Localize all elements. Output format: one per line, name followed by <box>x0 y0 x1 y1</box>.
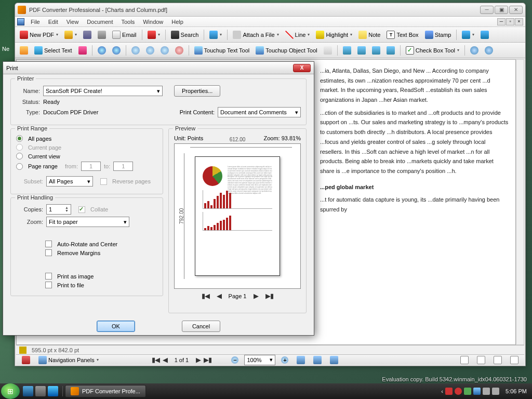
actual-size-button[interactable] <box>327 354 341 366</box>
preview-prev-button[interactable]: ◀ <box>217 292 221 300</box>
attach-button[interactable]: Attach a File▾ <box>230 29 281 41</box>
line-button[interactable]: Line▾ <box>283 29 313 41</box>
window-button[interactable]: ▾ <box>459 29 477 41</box>
fit-page-button[interactable] <box>311 354 324 366</box>
preview-last-button[interactable]: ▶▮ <box>265 292 273 300</box>
mdi-restore-button[interactable]: ▫ <box>506 18 514 25</box>
menu-file[interactable]: File <box>26 18 44 26</box>
facing-button[interactable] <box>491 354 504 366</box>
select-text-button[interactable]: Select Text <box>32 45 75 56</box>
note-button[interactable]: Note <box>356 29 383 41</box>
email-button[interactable]: Email <box>110 29 139 41</box>
cancel-button[interactable]: Cancel <box>182 321 220 332</box>
zoomin-footer-button[interactable]: + <box>278 354 291 366</box>
form1-button[interactable] <box>340 45 354 56</box>
last-page-button[interactable]: ▶▮ <box>204 356 211 364</box>
redo-button[interactable] <box>482 45 496 56</box>
loupe-button[interactable] <box>172 45 186 56</box>
highlight-button[interactable]: Highlight▾ <box>313 29 355 41</box>
taskbar-app-button[interactable]: PDF Converter Profe... <box>65 385 146 397</box>
quicklaunch-desktop[interactable] <box>23 386 33 396</box>
mdi-minimize-button[interactable]: ─ <box>497 18 506 25</box>
printer-select[interactable]: ScanSoft PDF Create!▾ <box>43 86 163 96</box>
zoomout-button[interactable] <box>143 45 157 56</box>
preview-first-button[interactable]: ▮◀ <box>202 292 209 300</box>
menu-document[interactable]: Document <box>83 18 117 26</box>
save-button[interactable] <box>81 29 94 41</box>
touchup-object-button[interactable]: Touchup Object Tool <box>253 45 320 56</box>
autorotate-checkbox[interactable] <box>45 241 52 247</box>
single-page-button[interactable] <box>458 354 471 366</box>
form3-button[interactable] <box>369 45 383 56</box>
ok-button[interactable]: OK <box>97 321 135 332</box>
to-input[interactable]: 1 <box>113 162 133 171</box>
zoomin-button[interactable] <box>129 45 142 56</box>
clock[interactable]: 5:06 PM <box>501 388 531 394</box>
vertical-scrollbar[interactable] <box>516 59 524 345</box>
new-pdf-button[interactable]: New PDF▾ <box>17 29 61 41</box>
current-page-radio[interactable] <box>16 144 23 151</box>
minimize-button[interactable]: ─ <box>480 6 494 14</box>
panel-toggle-button[interactable] <box>19 354 33 366</box>
menu-tools[interactable]: Tools <box>117 18 139 26</box>
print-image-checkbox[interactable] <box>45 273 52 280</box>
zoom-select[interactable]: 100%▾ <box>244 355 275 365</box>
nav-panels-button[interactable]: Navigation Panels▾ <box>36 354 101 366</box>
properties-button[interactable]: Properties... <box>174 85 220 97</box>
zoomout-footer-button[interactable]: − <box>229 354 241 366</box>
forward-button[interactable] <box>110 45 123 56</box>
tray-volume-icon[interactable] <box>492 388 499 395</box>
dialog-close-button[interactable]: X <box>293 64 311 72</box>
snapshot-button[interactable] <box>76 45 89 56</box>
current-view-radio[interactable] <box>16 153 23 159</box>
hand-tool-button[interactable] <box>17 45 31 56</box>
print-content-select[interactable]: Document and Comments▾ <box>218 107 301 117</box>
from-input[interactable]: 1 <box>81 162 101 171</box>
search-button[interactable]: Search <box>168 29 202 41</box>
tray-printer-icon[interactable] <box>483 388 490 395</box>
open-button[interactable]: ▾ <box>62 29 79 41</box>
stamp-button[interactable]: Stamp <box>422 29 454 41</box>
preview-next-button[interactable]: ▶ <box>254 292 258 300</box>
print-file-checkbox[interactable] <box>45 282 52 288</box>
reverse-checkbox[interactable] <box>100 178 107 185</box>
print-button[interactable] <box>95 29 109 41</box>
prev-page-button[interactable]: ◀ <box>163 356 167 364</box>
all-pages-radio[interactable] <box>16 135 23 142</box>
remove-margins-checkbox[interactable] <box>45 249 52 256</box>
form4-button[interactable] <box>384 45 397 56</box>
continuous-button[interactable] <box>474 354 488 366</box>
convert-button[interactable]: ▾ <box>145 29 163 41</box>
tray-chevron[interactable]: ‹ <box>441 388 443 394</box>
undo-button[interactable] <box>468 45 481 56</box>
menu-window[interactable]: Window <box>139 18 167 26</box>
quicklaunch-switch[interactable] <box>35 386 46 396</box>
menu-edit[interactable]: Edit <box>44 18 62 26</box>
subset-select[interactable]: All Pages▾ <box>46 176 93 187</box>
textbox-button[interactable]: TText Box <box>384 29 421 41</box>
fit-width-button[interactable] <box>294 354 308 366</box>
tray-status-icon[interactable] <box>464 388 471 395</box>
extra-button[interactable]: ▾ <box>207 29 224 41</box>
tray-app-icon[interactable] <box>473 388 481 395</box>
back-button[interactable] <box>95 45 109 56</box>
checkbox-tool-button[interactable]: ✓Check Box Tool▾ <box>403 45 462 56</box>
start-button[interactable]: ⊞ <box>1 383 20 399</box>
continuous-facing-button[interactable] <box>508 354 521 366</box>
view-button[interactable] <box>478 29 491 41</box>
copies-input[interactable]: 1▲▼ <box>46 204 71 215</box>
menu-view[interactable]: View <box>62 18 83 26</box>
touchup-text-button[interactable]: Touchup Text Tool <box>192 45 252 56</box>
zoom-select[interactable]: Fit to paper▾ <box>46 217 129 227</box>
marquee-button[interactable] <box>158 45 171 56</box>
form2-button[interactable] <box>355 45 368 56</box>
pointer-button[interactable] <box>321 45 335 56</box>
close-button[interactable]: ✕ <box>509 6 523 14</box>
mdi-close-button[interactable]: × <box>515 18 523 25</box>
next-page-button[interactable]: ▶ <box>196 356 201 364</box>
maximize-button[interactable]: ▣ <box>495 6 508 14</box>
tray-block-icon[interactable] <box>455 388 462 395</box>
first-page-button[interactable]: ▮◀ <box>152 356 159 364</box>
quicklaunch-ie[interactable] <box>48 386 58 396</box>
tray-shield-icon[interactable] <box>445 388 453 395</box>
